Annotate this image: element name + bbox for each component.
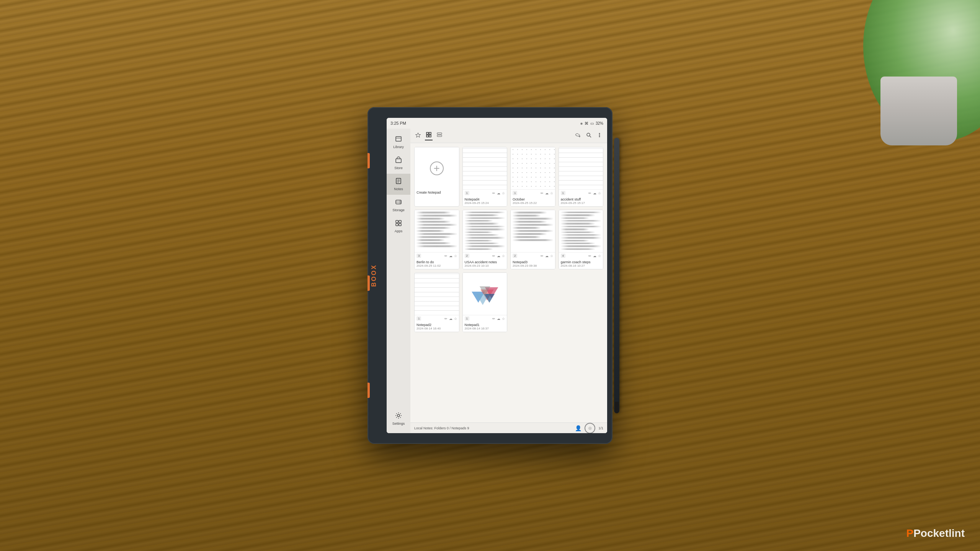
notepad2-footer-icons: ✏ ☁ ☆: [444, 317, 457, 321]
accident-stuff-date: 2024-09-25 15:17: [561, 201, 601, 205]
note-card-berlin[interactable]: 3 ✏ ☁ ☆ Berlin to do 2024-09-25 11:02: [414, 210, 459, 269]
usaa-footer: 2 ✏ ☁ ☆: [463, 252, 507, 259]
edit-icon: ✏: [492, 317, 495, 321]
status-icons: ⎈ ⌘ ▭ 32%: [580, 121, 603, 126]
accident-stuff-preview: [559, 147, 603, 189]
footer-right: 👤 ◎ 1/1: [575, 423, 603, 434]
sidebar-item-notes[interactable]: Notes: [387, 174, 410, 195]
notes-icon: [395, 178, 402, 186]
berlin-title: Berlin to do: [416, 260, 457, 264]
sidebar-item-settings[interactable]: Settings: [387, 408, 410, 429]
settings-icon: [395, 412, 402, 421]
svg-rect-19: [426, 135, 428, 137]
note-card-notepad3[interactable]: 2 ✏ ☁ ☆ Notepad3 2024-09-23 09:38: [510, 210, 555, 269]
notepad2-footer: 1 ✏ ☁ ☆: [415, 315, 459, 322]
notepad4-pages: 1: [465, 191, 469, 195]
create-notepad-card[interactable]: + Create Notepad: [414, 147, 459, 207]
boox-brand-label: BOOX: [371, 264, 377, 287]
cloud-icon: ☁: [545, 254, 549, 258]
bluetooth-icon: ⎈: [580, 121, 583, 126]
list-view-icon[interactable]: [436, 131, 443, 140]
berlin-footer-icons: ✏ ☁ ☆: [444, 254, 457, 258]
usaa-footer-icons: ✏ ☁ ☆: [492, 254, 505, 258]
main-area: Library Store: [387, 129, 607, 433]
svg-point-15: [397, 414, 400, 417]
accident-stuff-title: accident stuff: [561, 197, 601, 201]
grid-view-icon[interactable]: [425, 131, 433, 140]
star-icon: ☆: [502, 254, 505, 258]
cloud-icon: ☁: [497, 317, 500, 321]
note-card-garmin[interactable]: 4 ✏ ☁ ☆ garmin coach steps 2024-08-16 10…: [559, 210, 604, 269]
note-card-accident-stuff[interactable]: 1 ✏ ☁ ☆ accident stuff 2024-09-25 15:17: [559, 147, 604, 207]
svg-point-27: [599, 135, 600, 136]
note-card-notepad2[interactable]: 1 ✏ ☁ ☆ Notepad2 2024-08-14 16:40: [414, 272, 459, 332]
garmin-footer: 4 ✏ ☁ ☆: [559, 252, 603, 259]
notepad4-date: 2024-09-25 15:24: [465, 201, 505, 205]
apps-icon: [395, 220, 402, 228]
svg-rect-17: [426, 132, 428, 134]
sidebar-label-settings: Settings: [392, 422, 405, 425]
svg-line-25: [590, 136, 591, 137]
sidebar-item-library[interactable]: Library: [387, 132, 410, 153]
create-plus-icon: +: [430, 161, 444, 175]
notepad1-footer-icons: ✏ ☁ ☆: [492, 317, 505, 321]
october-pages: 1: [513, 191, 517, 195]
garmin-date: 2024-08-16 10:27: [561, 264, 601, 267]
sidebar-item-storage[interactable]: Storage: [387, 195, 410, 216]
accident-stuff-info: accident stuff 2024-09-25 15:17: [559, 196, 603, 206]
cloud-icon: ☁: [593, 191, 596, 195]
svg-rect-21: [437, 133, 442, 134]
edit-icon: ✏: [541, 191, 544, 195]
edit-icon: ✏: [492, 191, 495, 195]
screen: 3:25 PM ⎈ ⌘ ▭ 32% Library: [387, 118, 607, 433]
garmin-preview: [559, 210, 603, 252]
berlin-date: 2024-09-25 11:02: [416, 264, 457, 267]
notepad4-title: Notepad4: [465, 197, 505, 201]
notepad2-pages: 1: [416, 316, 421, 321]
svg-point-26: [599, 133, 600, 134]
berlin-preview: [415, 210, 459, 252]
notes-grid: + Create Notepad 1 ✏ ☁: [410, 143, 607, 422]
october-footer-icons: ✏ ☁ ☆: [541, 191, 553, 195]
note-card-notepad4[interactable]: 1 ✏ ☁ ☆ Notepad4 2024-09-25 15:24: [462, 147, 508, 207]
library-icon: [395, 135, 402, 144]
notepad2-title: Notepad2: [416, 323, 457, 327]
svg-rect-2: [396, 159, 401, 163]
more-menu-icon[interactable]: [596, 131, 603, 140]
star-icon: ☆: [598, 254, 601, 258]
sidebar-item-apps[interactable]: Apps: [387, 216, 410, 237]
svg-rect-20: [429, 135, 431, 137]
star-filter-icon[interactable]: [414, 131, 422, 140]
user-avatar-icon[interactable]: 👤: [575, 425, 581, 431]
notepad2-info: Notepad2 2024-08-14 16:40: [415, 322, 459, 332]
garmin-title: garmin coach steps: [561, 260, 601, 264]
october-footer: 1 ✏ ☁ ☆: [511, 189, 555, 196]
note-card-october[interactable]: 1 ✏ ☁ ☆ October 2024-09-25 15:22: [510, 147, 555, 207]
camera-circle-button[interactable]: ◎: [585, 423, 595, 434]
svg-rect-11: [396, 220, 398, 223]
side-accent-bot: [368, 383, 370, 398]
edit-icon: ✏: [444, 317, 448, 321]
svg-rect-18: [429, 132, 431, 134]
accident-stuff-footer-icons: ✏ ☁ ☆: [588, 191, 601, 195]
note-card-notepad1[interactable]: 1 ✏ ☁ ☆ Notepad1 2024-08-14 16:37: [462, 272, 508, 332]
svg-marker-16: [416, 133, 421, 137]
sidebar-label-storage: Storage: [392, 208, 405, 212]
svg-point-9: [400, 201, 400, 202]
october-date: 2024-09-25 15:22: [513, 201, 553, 205]
cloud-icon: ☁: [497, 191, 500, 195]
notepad1-footer: 1 ✏ ☁ ☆: [463, 315, 507, 322]
cloud-sync-icon[interactable]: [574, 131, 582, 140]
garmin-info: garmin coach steps 2024-08-16 10:27: [559, 259, 603, 269]
accident-stuff-pages: 1: [561, 191, 565, 195]
note-card-usaa[interactable]: 2 ✏ ☁ ☆ USAA accident notes 2024-09-23 1…: [462, 210, 508, 269]
star-icon: ☆: [550, 191, 553, 195]
notepad1-title: Notepad1: [465, 323, 505, 327]
sidebar-label-library: Library: [393, 145, 404, 149]
sidebar-item-store[interactable]: Store: [387, 153, 410, 174]
sidebar-label-notes: Notes: [394, 187, 403, 191]
notepad1-preview: [463, 273, 507, 315]
usaa-pages: 2: [465, 254, 469, 258]
star-icon: ☆: [502, 191, 505, 195]
search-icon[interactable]: [585, 131, 593, 140]
